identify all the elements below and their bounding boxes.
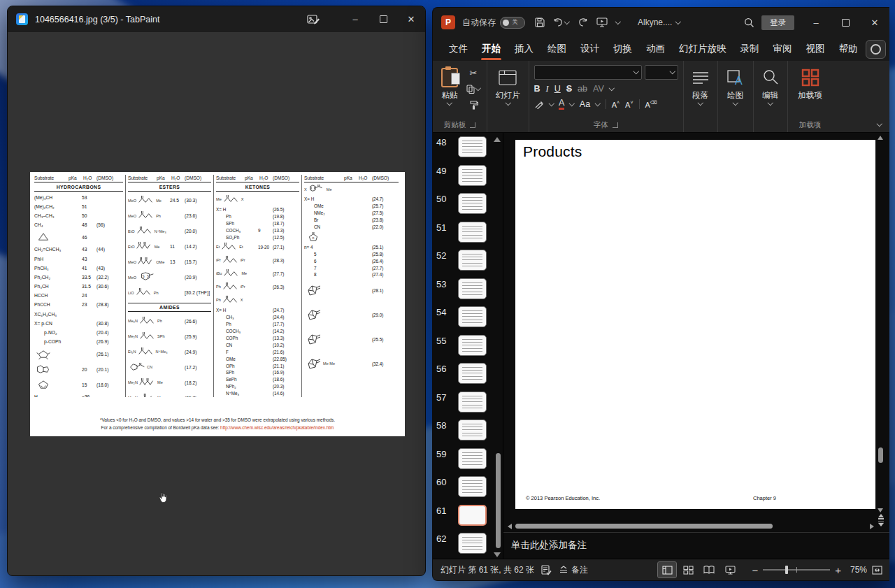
redo-icon[interactable] [578,18,588,27]
tabpaint-canvas[interactable]: SubstratepKaH₂O(DMSO)HYDROCARBONS(Me)₃CH… [8,33,424,575]
scroll-up-arrow[interactable] [878,136,883,140]
zoom-in-button[interactable]: + [835,565,841,575]
previous-slide-button[interactable] [878,514,884,519]
format-painter-button[interactable] [465,99,482,112]
slide-thumbnail-box[interactable] [458,222,487,243]
autosave-toggle[interactable]: 关 [500,17,525,29]
slide-thumbnail[interactable]: 50 [436,193,503,214]
document-title[interactable]: Alkyne.... [638,17,680,27]
font-size-combobox[interactable] [645,65,678,80]
paragraph-chevron[interactable] [698,100,703,106]
ribbon-tab[interactable]: 动画 [640,38,671,59]
paragraph-button[interactable]: 段落 [689,65,713,107]
slide-thumbnail[interactable]: 56 [436,363,503,384]
ribbon-tab[interactable]: 插入 [508,38,540,59]
slide-thumbnail[interactable]: 54 [436,306,503,327]
ribbon-tab[interactable]: 帮助 [833,38,864,59]
paste-dropdown-chevron[interactable] [447,100,452,106]
slide-thumbnail-box[interactable] [458,363,487,384]
slide-editing-area[interactable]: Products © 2013 Pearson Education, Inc. … [503,133,889,532]
slide-thumbnail-box[interactable] [458,136,487,157]
slide-thumbnail-box[interactable] [458,278,487,299]
font-color-button[interactable]: A [559,99,564,110]
zoom-slider[interactable] [763,569,830,571]
slide-thumbnail-box[interactable] [458,420,487,440]
copy-dropdown-chevron[interactable] [475,85,481,91]
strikethrough-button[interactable]: ab [578,84,587,94]
text-shadow-button[interactable]: S [566,84,572,94]
slide-thumbnail[interactable]: 55 [436,335,503,356]
highlight-pen-button[interactable] [534,100,544,109]
slide-thumbnail[interactable]: 59 [436,448,503,469]
ribbon-tab[interactable]: 审阅 [767,38,799,59]
signin-button[interactable]: 登录 [761,15,794,30]
ribbon-tab[interactable]: 设计 [574,38,606,59]
editing-button[interactable]: 编辑 [759,65,782,107]
vertical-scrollbar-thumb[interactable] [878,447,883,463]
undo-icon[interactable] [553,18,569,27]
slide-thumbnail[interactable]: 61 [436,505,503,526]
slide-thumbnail-box[interactable] [458,476,487,497]
search-icon[interactable] [744,17,754,28]
grow-font-button[interactable]: A˄ [612,100,620,109]
slide-thumbnail-box[interactable] [458,448,487,469]
ribbon-tab[interactable]: 切换 [607,38,638,59]
horizontal-scrollbar[interactable] [508,523,874,530]
normal-view-button[interactable] [658,562,676,578]
slide-thumbnail-box[interactable] [458,306,487,327]
clear-formatting-button[interactable]: A⌫ [645,100,657,109]
pka-table-link[interactable]: http://www.chem.wisc.edu/areas/reich/pka… [220,425,334,430]
slide-thumbnail[interactable]: 58 [436,420,503,440]
ppt-minimize-button[interactable]: – [801,8,831,37]
scroll-left-arrow[interactable] [508,524,512,529]
ribbon-tab[interactable]: 视图 [800,38,831,59]
slide-thumbnail[interactable]: 62 [436,533,503,554]
slideshow-view-button[interactable] [721,562,739,578]
clipboard-dialog-launcher[interactable] [470,122,475,128]
slide-thumbnail[interactable]: 49 [436,165,503,186]
slide-thumbnail[interactable]: 51 [436,222,503,243]
thumbnail-scrollbar-thumb[interactable] [496,453,501,548]
slide-thumbnail-box[interactable] [458,193,487,214]
autosave-control[interactable]: 自动保存 关 [462,17,525,29]
slide-thumbnail-box[interactable] [458,335,487,356]
minimize-button[interactable]: – [341,6,369,32]
change-case-button[interactable]: Aa [580,99,590,109]
next-slide-button[interactable] [878,522,884,527]
thumbnail-scroll-down-arrow[interactable] [494,552,501,557]
collapse-ribbon-chevron[interactable] [876,120,882,126]
character-spacing-button[interactable]: AV [593,84,604,94]
slide-thumbnail[interactable]: 57 [436,392,503,413]
close-button[interactable]: ✕ [397,6,425,32]
font-name-combobox[interactable] [534,65,642,80]
cut-button[interactable]: ✂ [465,66,482,80]
slide-thumbnail-box[interactable] [458,533,487,554]
save-icon[interactable] [535,17,545,27]
font-dialog-launcher[interactable] [613,122,618,128]
slide-title[interactable]: Products [523,143,582,160]
underline-button[interactable]: U [554,84,561,94]
ribbon-tab[interactable]: 录制 [734,38,766,59]
scroll-right-arrow[interactable] [870,524,874,529]
slide-thumbnail-box[interactable] [458,392,487,413]
vertical-scrollbar[interactable] [877,134,885,514]
ribbon-tab[interactable]: 开始 [475,38,507,59]
edit-image-icon[interactable] [307,13,320,25]
maximize-button[interactable] [369,6,397,32]
slide-thumbnail[interactable]: 53 [436,278,503,299]
reading-view-button[interactable] [700,562,718,578]
record-button[interactable] [866,40,886,59]
font-color-chevron[interactable] [569,101,575,106]
change-case-chevron[interactable] [595,101,601,106]
shrink-font-button[interactable]: A˅ [625,100,633,109]
slide-sorter-view-button[interactable] [679,562,697,578]
zoom-out-button[interactable]: − [752,565,758,575]
slide-thumbnail-box[interactable] [458,165,487,186]
drawing-button[interactable]: A 绘图 [723,65,748,107]
slide-thumbnail[interactable]: 60 [436,476,503,497]
qat-more-chevron[interactable] [615,19,620,24]
ribbon-tab[interactable]: 幻灯片放映 [673,38,733,59]
thumbnail-scroll-up-arrow[interactable] [494,137,501,142]
undo-dropdown-chevron[interactable] [564,19,570,24]
fit-slide-to-window-button[interactable] [872,566,882,575]
